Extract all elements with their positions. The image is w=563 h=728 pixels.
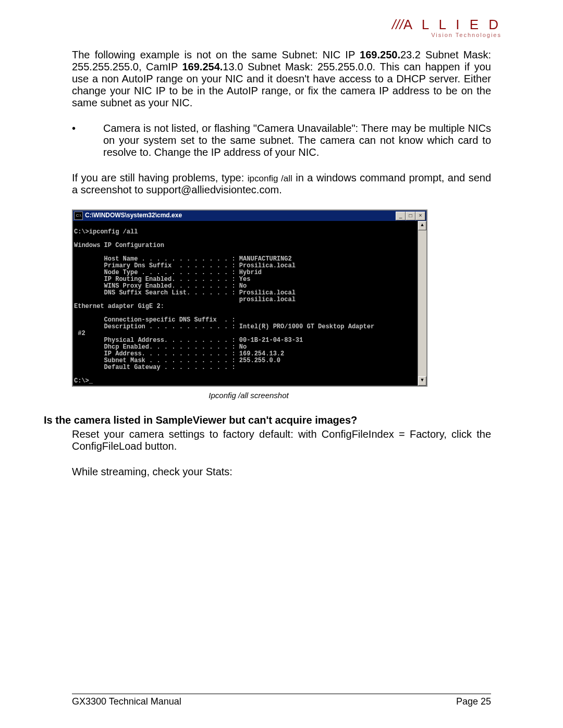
cmd-window-buttons: _ □ × (396, 212, 425, 220)
cam-ip-prefix: 169.254. (182, 61, 223, 72)
footer-doc-title: GX3300 Technical Manual (72, 696, 181, 707)
maximize-button[interactable]: □ (406, 212, 415, 220)
bullet-text: Camera is not listed, or flashing "Camer… (103, 122, 491, 158)
paragraph-ipconfig-instructions: If you are still having problems, type: … (72, 172, 491, 196)
paragraph-subnet-example: The following example is not on the same… (72, 49, 491, 109)
scroll-track[interactable] (418, 230, 426, 376)
logo-brand-text: A L L I E D (403, 17, 501, 32)
body-content: The following example is not on the same… (72, 49, 491, 478)
close-button[interactable]: × (415, 212, 425, 220)
logo-main: ///A L L I E D (392, 18, 501, 31)
text-fragment: The following example is not on the same… (72, 49, 360, 60)
logo-slashes: /// (392, 17, 403, 32)
section-heading-sampleviewer: Is the camera listed in SampleViewer but… (44, 414, 491, 426)
cmd-titlebar: C:\ C:\WINDOWS\system32\cmd.exe _ □ × (73, 211, 426, 221)
text-fragment: If you are still having problems, type: (72, 172, 248, 183)
cmd-output-area[interactable]: C:\>ipconfig /all Windows IP Configurati… (73, 221, 418, 386)
logo-subtitle: Vision Technologies (392, 32, 501, 38)
scroll-up-button[interactable]: ▲ (418, 221, 426, 230)
cmd-window: C:\ C:\WINDOWS\system32\cmd.exe _ □ × C:… (72, 209, 427, 387)
ipconfig-command-inline: ipconfig /all (248, 174, 292, 183)
minimize-button[interactable]: _ (396, 212, 406, 220)
bullet-icon: • (72, 122, 103, 158)
brand-logo: ///A L L I E D Vision Technologies (392, 18, 501, 38)
paragraph-check-stats: While streaming, check your Stats: (72, 466, 491, 478)
cmd-system-menu-icon[interactable]: C:\ (74, 212, 83, 220)
scroll-down-button[interactable]: ▼ (418, 376, 426, 386)
paragraph-camera-unavailable: • Camera is not listed, or flashing "Cam… (72, 122, 491, 158)
cmd-scrollbar[interactable]: ▲ ▼ (418, 221, 426, 386)
paragraph-factory-reset: Reset your camera settings to factory de… (72, 428, 491, 452)
figure-caption: Ipconfig /all screenshot (72, 391, 425, 400)
page-footer: GX3300 Technical Manual Page 25 (72, 694, 491, 707)
cmd-window-title: C:\WINDOWS\system32\cmd.exe (85, 212, 182, 219)
nic-ip-prefix: 169.250. (360, 49, 400, 60)
document-page: ///A L L I E D Vision Technologies The f… (0, 0, 563, 728)
footer-page-number: Page 25 (456, 696, 491, 707)
